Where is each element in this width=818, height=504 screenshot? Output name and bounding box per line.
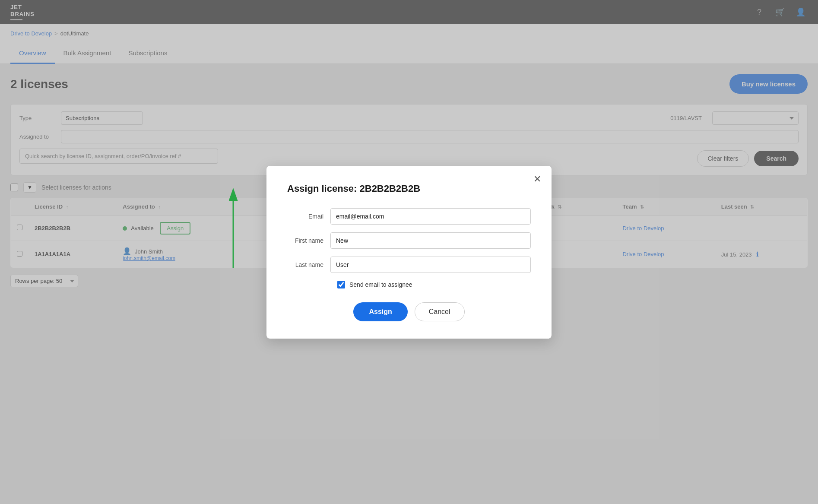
- modal-cancel-button[interactable]: Cancel: [415, 302, 465, 321]
- modal-title: Assign license: 2B2B2B2B2B: [287, 183, 531, 194]
- modal-close-button[interactable]: ✕: [533, 174, 541, 184]
- last-name-label: Last name: [287, 261, 330, 268]
- send-email-checkbox[interactable]: [337, 281, 345, 288]
- modal-actions: Assign Cancel: [287, 302, 531, 321]
- send-email-row: Send email to assignee: [337, 281, 531, 288]
- send-email-label[interactable]: Send email to assignee: [349, 281, 412, 288]
- modal-assign-button[interactable]: Assign: [353, 302, 407, 321]
- last-name-form-row: Last name: [287, 257, 531, 273]
- modal-overlay[interactable]: ✕ Assign license: 2B2B2B2B2B Email First…: [0, 0, 818, 504]
- email-input[interactable]: [330, 208, 531, 225]
- first-name-form-row: First name: [287, 232, 531, 249]
- first-name-label: First name: [287, 237, 330, 244]
- last-name-input[interactable]: [330, 257, 531, 273]
- first-name-input[interactable]: [330, 232, 531, 249]
- green-arrow-annotation: [207, 186, 259, 272]
- assign-license-modal: ✕ Assign license: 2B2B2B2B2B Email First…: [266, 166, 552, 339]
- page-wrapper: Drive to Develop > dotUltimate Overview …: [0, 24, 818, 504]
- email-label: Email: [287, 213, 330, 220]
- email-form-row: Email: [287, 208, 531, 225]
